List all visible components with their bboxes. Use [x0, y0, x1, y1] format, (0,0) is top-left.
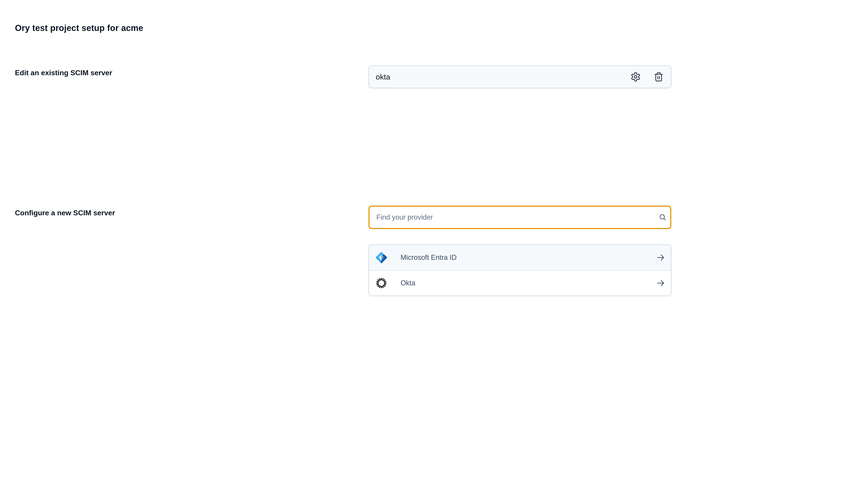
server-name: okta — [376, 72, 630, 81]
existing-server-row: okta — [368, 66, 671, 88]
provider-name: Microsoft Entra ID — [401, 254, 656, 262]
microsoft-entra-id-logo — [375, 252, 388, 264]
provider-name: Okta — [401, 279, 656, 287]
edit-existing-scim-section: Edit an existing SCIM server okta — [0, 66, 868, 88]
server-settings-button[interactable] — [630, 71, 641, 82]
provider-search — [368, 205, 671, 229]
provider-row-okta[interactable]: Okta — [369, 270, 671, 295]
page-title: Ory test project setup for acme — [15, 23, 868, 33]
gear-icon — [630, 72, 641, 82]
trash-icon — [654, 72, 664, 82]
provider-list: Microsoft Entra ID — [368, 245, 671, 296]
configure-new-scim-label: Configure a new SCIM server — [15, 208, 368, 217]
arrow-right-icon — [656, 278, 665, 288]
edit-existing-scim-label: Edit an existing SCIM server — [15, 68, 368, 77]
server-delete-button[interactable] — [653, 71, 664, 82]
okta-logo — [375, 277, 388, 289]
provider-row-microsoft-entra-id[interactable]: Microsoft Entra ID — [369, 245, 671, 270]
configure-new-scim-section: Configure a new SCIM server — [0, 205, 868, 296]
provider-search-input[interactable] — [368, 205, 671, 229]
scim-setup-page: Ory test project setup for acme Edit an … — [0, 0, 868, 296]
arrow-right-icon — [656, 253, 665, 262]
